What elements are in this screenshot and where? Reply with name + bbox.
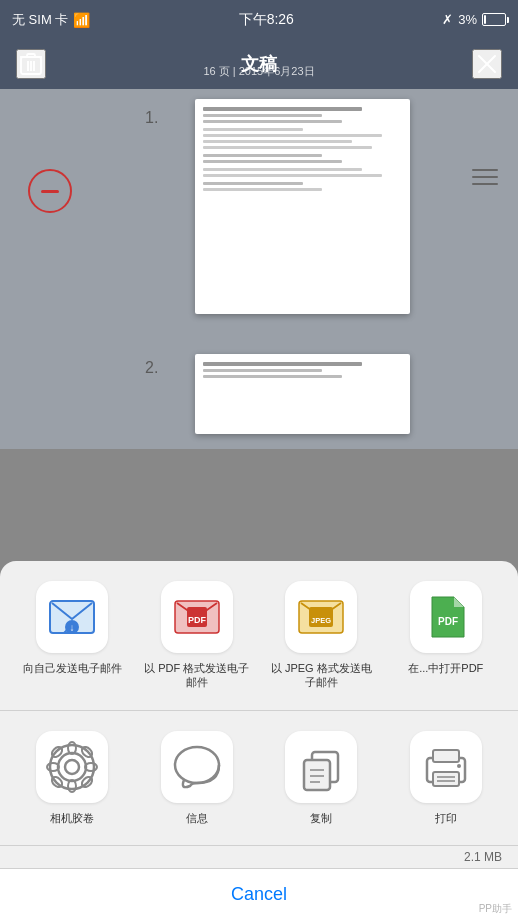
nav-subtitle: 16 页 | 2015年6月23日 bbox=[203, 64, 314, 79]
share-camera-roll[interactable]: 相机胶卷 bbox=[17, 731, 127, 825]
file-size: 2.1 MB bbox=[0, 845, 518, 868]
svg-rect-37 bbox=[433, 772, 459, 786]
close-button[interactable] bbox=[472, 49, 502, 79]
share-panel: ↓ 向自己发送电子邮件 PDF 以 PDF 格式发送电子邮件 bbox=[0, 561, 518, 920]
share-divider bbox=[0, 710, 518, 711]
cancel-button[interactable]: Cancel bbox=[0, 868, 518, 920]
watermark: PP助手 bbox=[479, 902, 512, 916]
minus-button[interactable] bbox=[28, 169, 72, 213]
share-email-jpeg-label: 以 JPEG 格式发送电子邮件 bbox=[266, 661, 376, 690]
share-open-pdf[interactable]: PDF 在...中打开PDF bbox=[391, 581, 501, 690]
page-2-label: 2. bbox=[145, 359, 158, 377]
share-print-label: 打印 bbox=[435, 811, 457, 825]
svg-point-19 bbox=[58, 753, 86, 781]
wifi-icon: 📶 bbox=[73, 12, 90, 28]
svg-text:PDF: PDF bbox=[188, 615, 207, 625]
share-message[interactable]: 信息 bbox=[142, 731, 252, 825]
menu-button[interactable] bbox=[472, 169, 498, 185]
svg-rect-36 bbox=[433, 750, 459, 762]
page-1-label: 1. bbox=[145, 109, 158, 127]
svg-text:JPEG: JPEG bbox=[311, 616, 331, 625]
svg-point-18 bbox=[50, 745, 94, 789]
share-message-label: 信息 bbox=[186, 811, 208, 825]
svg-point-20 bbox=[65, 760, 79, 774]
svg-rect-7 bbox=[41, 190, 59, 193]
share-email-jpeg[interactable]: JPEG 以 JPEG 格式发送电子邮件 bbox=[266, 581, 376, 690]
share-row-2: 相机胶卷 信息 复制 bbox=[0, 731, 518, 845]
receipt-1 bbox=[195, 99, 410, 314]
share-copy[interactable]: 复制 bbox=[266, 731, 376, 825]
status-time: 下午8:26 bbox=[239, 11, 294, 29]
trash-button[interactable] bbox=[16, 49, 46, 79]
battery-icon bbox=[482, 13, 506, 26]
battery-percent: 3% bbox=[458, 12, 477, 27]
status-right: ✗ 3% bbox=[442, 12, 506, 27]
share-email-self[interactable]: ↓ 向自己发送电子邮件 bbox=[17, 581, 127, 690]
share-copy-label: 复制 bbox=[310, 811, 332, 825]
receipt-2 bbox=[195, 354, 410, 434]
bluetooth-icon: ✗ bbox=[442, 12, 453, 27]
share-camera-roll-label: 相机胶卷 bbox=[50, 811, 94, 825]
svg-text:PDF: PDF bbox=[438, 616, 458, 627]
svg-rect-31 bbox=[304, 760, 330, 790]
document-area: 1. 2. bbox=[0, 89, 518, 449]
share-email-self-label: 向自己发送电子邮件 bbox=[23, 661, 122, 675]
share-open-pdf-label: 在...中打开PDF bbox=[408, 661, 483, 675]
share-print[interactable]: 打印 bbox=[391, 731, 501, 825]
share-email-pdf[interactable]: PDF 以 PDF 格式发送电子邮件 bbox=[142, 581, 252, 690]
share-row-1: ↓ 向自己发送电子邮件 PDF 以 PDF 格式发送电子邮件 bbox=[0, 581, 518, 710]
share-email-pdf-label: 以 PDF 格式发送电子邮件 bbox=[142, 661, 252, 690]
carrier-text: 无 SIM 卡 bbox=[12, 11, 68, 29]
svg-text:↓: ↓ bbox=[70, 622, 75, 633]
svg-point-40 bbox=[457, 764, 461, 768]
svg-point-29 bbox=[175, 747, 219, 783]
status-bar: 无 SIM 卡 📶 下午8:26 ✗ 3% bbox=[0, 0, 518, 39]
status-left: 无 SIM 卡 📶 bbox=[12, 11, 90, 29]
